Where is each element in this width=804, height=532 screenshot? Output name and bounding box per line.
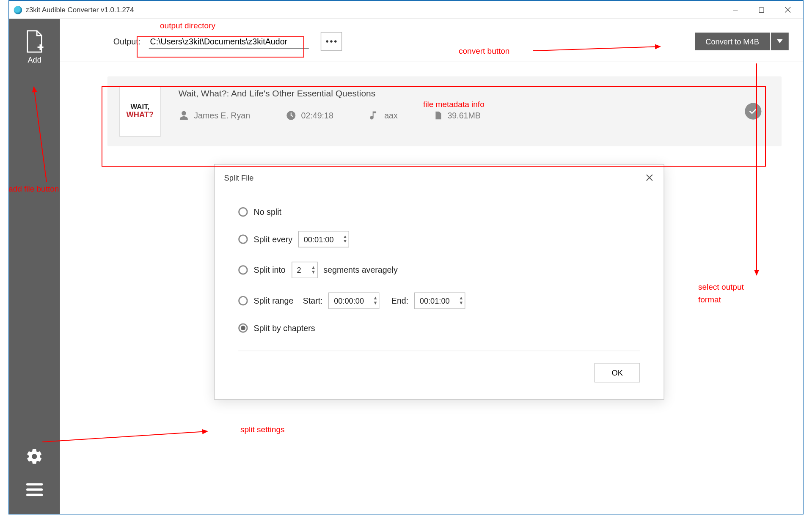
file-size: 39.61MB xyxy=(433,110,481,121)
svg-marker-9 xyxy=(777,39,783,43)
file-format: aax xyxy=(369,110,398,121)
option-split-range[interactable]: Split range Start: 00:00:00 ▲▼ End: 00:0… xyxy=(238,293,640,309)
option-no-split[interactable]: No split xyxy=(238,207,640,217)
music-icon xyxy=(369,110,380,121)
window-title: z3kit Audible Converter v1.0.1.274 xyxy=(26,5,134,14)
top-bar: Output: Convert to M4B xyxy=(60,19,803,62)
close-button[interactable] xyxy=(774,1,801,19)
dialog-close-button[interactable] xyxy=(641,169,658,186)
person-icon xyxy=(179,110,189,121)
file-row[interactable]: WAIT, WHAT? Wait, What?: And Life's Othe… xyxy=(107,77,782,146)
spinner-icon[interactable]: ▲▼ xyxy=(343,234,347,244)
split-range-start-input[interactable]: 00:00:00 ▲▼ xyxy=(329,293,380,309)
add-file-icon xyxy=(25,30,45,53)
split-range-end-input[interactable]: 00:01:00 ▲▼ xyxy=(414,293,465,309)
svg-rect-8 xyxy=(26,494,43,496)
content-area: WAIT, WHAT? Wait, What?: And Life's Othe… xyxy=(60,62,803,514)
split-file-dialog: Split File No split xyxy=(214,164,664,400)
radio-icon xyxy=(238,296,248,305)
menu-button[interactable] xyxy=(26,483,43,498)
option-split-into[interactable]: Split into 2 ▲▼ segments averagely xyxy=(238,262,640,278)
app-window: z3kit Audible Converter v1.0.1.274 xyxy=(8,0,804,515)
file-icon xyxy=(433,110,443,121)
convert-format-dropdown[interactable] xyxy=(771,33,789,50)
spinner-icon[interactable]: ▲▼ xyxy=(459,296,463,305)
option-split-every[interactable]: Split every 00:01:00 ▲▼ xyxy=(238,231,640,247)
add-button[interactable]: Add xyxy=(25,30,45,65)
output-path-input[interactable] xyxy=(149,35,309,48)
close-icon xyxy=(646,174,653,181)
ellipsis-icon xyxy=(326,40,336,43)
radio-icon xyxy=(238,265,248,274)
hamburger-icon xyxy=(26,483,43,496)
svg-rect-7 xyxy=(26,488,43,491)
option-split-chapters[interactable]: Split by chapters xyxy=(238,323,640,332)
radio-icon xyxy=(238,234,248,244)
convert-button[interactable]: Convert to M4B xyxy=(695,33,770,50)
radio-icon xyxy=(238,207,248,217)
ok-button[interactable]: OK xyxy=(595,363,640,382)
chevron-down-icon xyxy=(777,39,783,44)
browse-button[interactable] xyxy=(321,32,342,51)
check-icon xyxy=(749,107,758,116)
clock-icon xyxy=(286,110,296,121)
convert-label: Convert to M4B xyxy=(705,37,759,46)
file-duration: 02:49:18 xyxy=(286,110,333,121)
app-icon xyxy=(14,5,22,14)
spinner-icon[interactable]: ▲▼ xyxy=(311,265,316,274)
maximize-button[interactable] xyxy=(749,1,775,19)
split-every-input[interactable]: 00:01:00 ▲▼ xyxy=(298,231,349,247)
split-into-input[interactable]: 2 ▲▼ xyxy=(292,262,317,278)
file-status-check xyxy=(745,103,761,120)
main-area: Output: Convert to M4B xyxy=(60,19,803,514)
file-author: James E. Ryan xyxy=(179,110,250,121)
svg-rect-6 xyxy=(26,483,43,485)
add-label: Add xyxy=(28,56,41,65)
minimize-button[interactable] xyxy=(722,1,749,19)
title-bar: z3kit Audible Converter v1.0.1.274 xyxy=(9,1,803,19)
book-cover: WAIT, WHAT? xyxy=(119,86,161,137)
radio-selected-icon xyxy=(238,323,248,332)
file-title: Wait, What?: And Life's Other Essential … xyxy=(179,88,770,99)
dialog-title: Split File xyxy=(224,173,254,182)
spinner-icon[interactable]: ▲▼ xyxy=(373,296,378,305)
svg-rect-1 xyxy=(759,8,764,12)
settings-button[interactable] xyxy=(26,447,44,468)
output-label: Output: xyxy=(113,37,140,46)
sidebar: Add xyxy=(9,19,60,514)
gear-icon xyxy=(26,447,44,465)
